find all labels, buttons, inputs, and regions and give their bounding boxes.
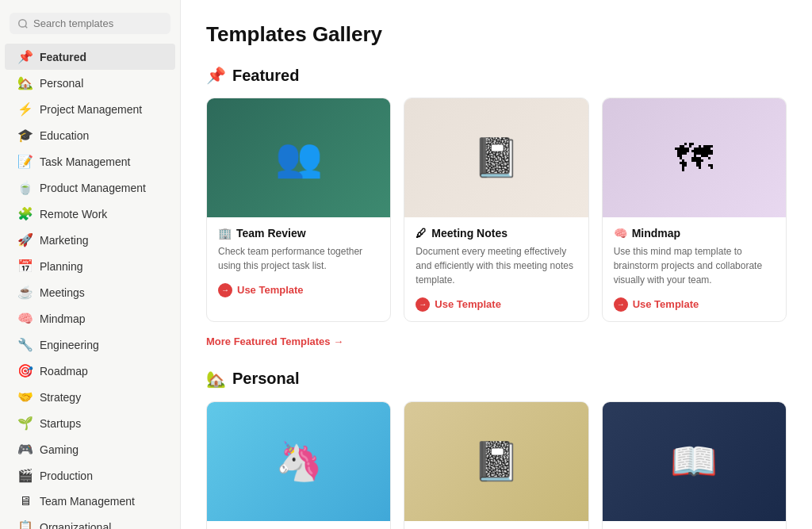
sidebar-item-project-management[interactable]: ⚡ Project Management [5,96,175,122]
card-bullet-journal-weekly[interactable]: 📖 💡 Bullet Journal Weekly Highlights Get… [602,401,787,530]
sidebar: 📌 Featured 🏡 Personal ⚡ Project Manageme… [0,0,181,529]
card-bullet-journal[interactable]: 📓 📒 Bullet Journal Your digital Bullet J… [404,401,588,530]
sidebar-item-label: Engineering [40,339,99,351]
marketing-icon: 🚀 [17,232,33,247]
card-meeting-notes[interactable]: 📓 🖊 Meeting Notes Document every meeting… [404,98,588,322]
card-image-meeting-notes: 📓 [404,98,588,217]
sidebar-item-production[interactable]: 🎬 Production [5,462,175,489]
use-template-btn-mindmap[interactable]: → Use Template [614,297,699,312]
card-title-mindmap: 🧠 Mindmap [614,227,775,240]
roadmap-icon: 🎯 [17,363,33,378]
use-template-btn-team-review[interactable]: → Use Template [218,283,304,297]
personal-section-title: 🏡 Personal [206,370,787,389]
mindmap-icon: 🧠 [17,311,33,326]
card-body-mindmap: 🧠 Mindmap Use this mind map template to … [603,217,786,321]
card-image-mindmap: 🗺 [603,98,786,217]
organizational-icon: 📋 [17,519,33,529]
sidebar-item-meetings[interactable]: ☕ Meetings [5,279,175,305]
card-icon-team-review: 🏢 [218,227,232,240]
card-body-bullet-journal-weekly: 💡 Bullet Journal Weekly Highlights Get a… [603,521,786,530]
card-image-bullet-journal-weekly: 📖 [603,402,786,521]
sidebar-item-engineering[interactable]: 🔧 Engineering [5,332,175,358]
sidebar-item-label: Featured [40,51,86,63]
sidebar-item-marketing[interactable]: 🚀 Marketing [5,227,175,253]
card-mindmap[interactable]: 🗺 🧠 Mindmap Use this mind map template t… [602,98,787,322]
card-title-meeting-notes: 🖊 Meeting Notes [416,227,576,240]
remote-work-icon: 🧩 [17,206,33,221]
personal-section: 🏡 Personal 🦄 🦄 Personal Task Tracker & P… [206,370,787,530]
sidebar-item-label: Startups [40,417,81,430]
meetings-icon: ☕ [17,285,33,300]
sidebar-item-label: Mindmap [40,312,86,325]
sidebar-item-label: Product Management [40,182,146,194]
sidebar-item-label: Marketing [40,234,88,247]
more-featured-link[interactable]: More Featured Templates → [206,335,343,347]
arrow-icon-team-review: → [218,283,232,297]
card-icon-mindmap: 🧠 [614,227,627,240]
page-title: Templates Gallery [206,22,787,47]
sidebar-item-label: Planning [40,260,83,273]
sidebar-item-label: Organizational [40,521,111,530]
sidebar-item-education[interactable]: 🎓 Education [5,122,175,148]
card-team-review[interactable]: 👥 🏢 Team Review Check team performance t… [206,98,391,322]
card-desc-meeting-notes: Document every meeting effectively and e… [416,244,576,287]
search-input[interactable] [33,17,163,29]
featured-section-icon: 📌 [206,66,226,85]
sidebar-item-strategy[interactable]: 🤝 Strategy [5,384,175,410]
card-body-personal-task-tracker: 🦄 Personal Task Tracker & Planning List … [207,521,390,530]
sidebar-item-label: Education [40,129,89,142]
svg-point-0 [19,19,26,26]
featured-section: 📌 Featured 👥 🏢 Team Review Check team pe… [206,66,787,370]
sidebar-item-featured[interactable]: 📌 Featured [5,44,175,70]
sidebar-item-label: Gaming [40,443,79,456]
sidebar-item-label: Meetings [40,286,85,299]
sidebar-item-label: Task Management [40,155,130,168]
personal-icon: 🏡 [17,75,33,90]
sidebar-item-roadmap[interactable]: 🎯 Roadmap [5,358,175,384]
sidebar-item-planning[interactable]: 📅 Planning [5,253,175,279]
sidebar-item-label: Team Management [40,495,135,508]
sidebar-item-team-management[interactable]: 🖥 Team Management [5,489,175,514]
task-management-icon: 📝 [17,154,33,169]
arrow-icon-mindmap: → [614,297,628,312]
card-image-personal-task-tracker: 🦄 [207,402,390,521]
card-personal-task-tracker[interactable]: 🦄 🦄 Personal Task Tracker & Planning Lis… [206,401,391,530]
svg-line-1 [25,25,28,28]
team-management-icon: 🖥 [17,494,33,508]
sidebar-item-label: Strategy [40,391,81,404]
strategy-icon: 🤝 [17,389,33,404]
sidebar-items: 📌 Featured 🏡 Personal ⚡ Project Manageme… [0,44,180,529]
search-box[interactable] [10,13,170,34]
production-icon: 🎬 [17,468,33,483]
personal-cards-grid: 🦄 🦄 Personal Task Tracker & Planning Lis… [206,401,787,530]
gaming-icon: 🎮 [17,442,33,457]
sidebar-item-gaming[interactable]: 🎮 Gaming [5,436,175,462]
featured-cards-grid: 👥 🏢 Team Review Check team performance t… [206,98,787,322]
project-management-icon: ⚡ [17,102,33,117]
card-image-bullet-journal: 📓 [404,402,588,521]
sidebar-item-product-management[interactable]: 🍵 Product Management [5,174,175,201]
planning-icon: 📅 [17,259,33,274]
sidebar-item-label: Roadmap [40,365,88,378]
sidebar-item-mindmap[interactable]: 🧠 Mindmap [5,305,175,332]
card-image-team-review: 👥 [207,98,390,217]
arrow-icon-meeting-notes: → [416,297,430,312]
card-desc-team-review: Check team performance together using th… [218,244,379,273]
featured-section-title: 📌 Featured [206,66,787,85]
sidebar-item-startups[interactable]: 🌱 Startups [5,410,175,436]
card-desc-mindmap: Use this mind map template to brainstorm… [614,244,775,287]
card-body-bullet-journal: 📒 Bullet Journal Your digital Bullet Jou… [404,521,588,530]
sidebar-item-remote-work[interactable]: 🧩 Remote Work [5,201,175,227]
sidebar-item-task-management[interactable]: 📝 Task Management [5,148,175,174]
card-body-team-review: 🏢 Team Review Check team performance tog… [207,217,390,307]
product-management-icon: 🍵 [17,180,33,195]
sidebar-item-organizational[interactable]: 📋 Organizational [5,514,175,529]
use-template-btn-meeting-notes[interactable]: → Use Template [416,297,501,312]
startups-icon: 🌱 [17,416,33,431]
sidebar-item-personal[interactable]: 🏡 Personal [5,70,175,96]
sidebar-item-label: Remote Work [40,208,107,220]
sidebar-item-label: Production [40,470,93,482]
sidebar-item-label: Personal [40,77,83,90]
education-icon: 🎓 [17,128,33,143]
card-title-team-review: 🏢 Team Review [218,227,379,240]
